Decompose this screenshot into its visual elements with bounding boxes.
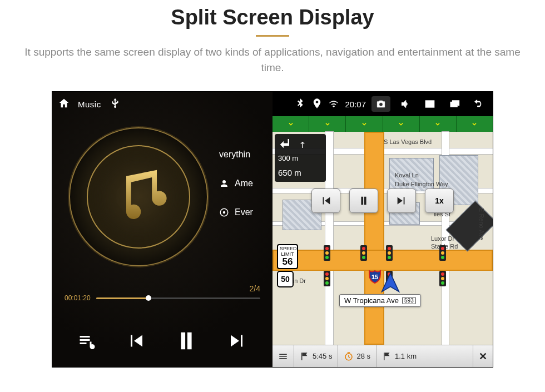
flag-icon: [382, 351, 392, 361]
music-app-label: Music: [78, 100, 101, 109]
speed-multiplier-button[interactable]: 1x: [425, 188, 454, 213]
prev-button[interactable]: [126, 331, 146, 353]
wifi-icon: [328, 98, 339, 111]
page-title: Split Screen Display: [0, 6, 545, 29]
title-underline: [256, 35, 289, 37]
pause-button[interactable]: [174, 328, 199, 356]
speed-limit-sign: SPEED LIMIT 56: [277, 244, 298, 269]
street-label: Luxor Dr: [431, 235, 454, 242]
turn-left-icon: [278, 136, 295, 153]
clock-icon: [344, 351, 354, 361]
close-app-button[interactable]: [420, 96, 439, 112]
elapsed-time: 00:01:20: [65, 294, 91, 302]
navigation-pane: 20:07: [272, 92, 493, 367]
playlist-button[interactable]: [77, 331, 97, 353]
eta-display: 5:45 s: [294, 345, 338, 367]
person-icon: [219, 178, 229, 188]
traffic-light-icon: [324, 245, 330, 261]
album-name: Ever: [235, 207, 253, 217]
track-title: verythin: [219, 150, 250, 160]
turn-distance-next: 300 m: [278, 154, 323, 162]
usb-icon[interactable]: [109, 97, 121, 111]
nav-close-button[interactable]: ✕: [473, 345, 493, 367]
artist-name: Ame: [235, 178, 253, 188]
street-label: Duke Ellington Way: [395, 181, 448, 187]
street-label: S Las Vegas Blvd: [384, 138, 432, 145]
map-area[interactable]: S Las Vegas Blvd Koval Ln Duke Ellington…: [272, 116, 493, 345]
transport-controls: [52, 317, 272, 367]
route-sign: 50: [277, 271, 294, 287]
road: [325, 132, 333, 345]
traffic-light-icon: [386, 245, 393, 261]
track-info: verythin Ame Ever: [219, 150, 253, 236]
nav-bottom-bar: 5:45 s 28 s 1.1 km ✕: [272, 345, 493, 367]
progress-row: 2/4 00:01:20: [65, 294, 260, 302]
distance-remaining-display: 1.1 km: [376, 345, 473, 367]
bluetooth-icon: [295, 98, 306, 111]
back-button[interactable]: [469, 96, 488, 112]
traffic-light-icon: [439, 271, 446, 286]
svg-rect-5: [301, 353, 303, 360]
turn-panel: 300 m 650 m: [275, 134, 326, 182]
music-pane: Music verythin: [52, 92, 272, 367]
music-status-bar: Music: [52, 92, 272, 116]
screenshot-button[interactable]: [371, 96, 390, 112]
seek-bar[interactable]: [96, 297, 260, 299]
system-status-bar: 20:07: [272, 92, 493, 116]
vehicle-arrow-icon: [378, 271, 403, 297]
map-media-controls: 1x: [311, 188, 454, 213]
road: [272, 250, 493, 271]
time-remaining-display: 28 s: [338, 345, 376, 367]
svg-point-1: [223, 211, 226, 214]
page-subtitle: It supports the same screen display of t…: [22, 44, 523, 75]
map-next-button[interactable]: [387, 188, 416, 213]
map-prev-button[interactable]: [311, 188, 340, 213]
nav-menu-button[interactable]: [272, 345, 294, 367]
street-label: E Reno Ave: [478, 208, 485, 240]
recent-apps-button[interactable]: [445, 96, 464, 112]
traffic-light-icon: [360, 245, 367, 261]
album-art-disc: [69, 127, 208, 266]
track-index: 2/4: [250, 284, 260, 293]
flag-icon: [300, 351, 310, 361]
player-body: verythin Ame Ever 2/4 00:01:20: [52, 116, 272, 305]
device-screen: Music verythin: [52, 92, 493, 367]
current-street-sign: W Tropicana Ave 593: [339, 294, 421, 307]
next-button[interactable]: [227, 331, 247, 353]
clock-time: 20:07: [345, 100, 366, 109]
svg-text:15: 15: [371, 274, 378, 280]
download-strip: [272, 116, 493, 132]
straight-icon: [298, 140, 307, 149]
road: [364, 132, 384, 345]
street-label: Koval Ln: [395, 172, 419, 178]
map-pause-button[interactable]: [349, 188, 378, 213]
home-icon[interactable]: [58, 97, 70, 111]
svg-rect-7: [384, 353, 385, 360]
music-note-icon: [108, 164, 169, 227]
location-icon: [311, 98, 323, 111]
record-icon: [219, 207, 229, 217]
traffic-light-icon: [324, 271, 330, 286]
turn-distance-total: 650 m: [278, 168, 323, 177]
traffic-light-icon: [439, 245, 446, 261]
volume-button[interactable]: [396, 96, 415, 112]
